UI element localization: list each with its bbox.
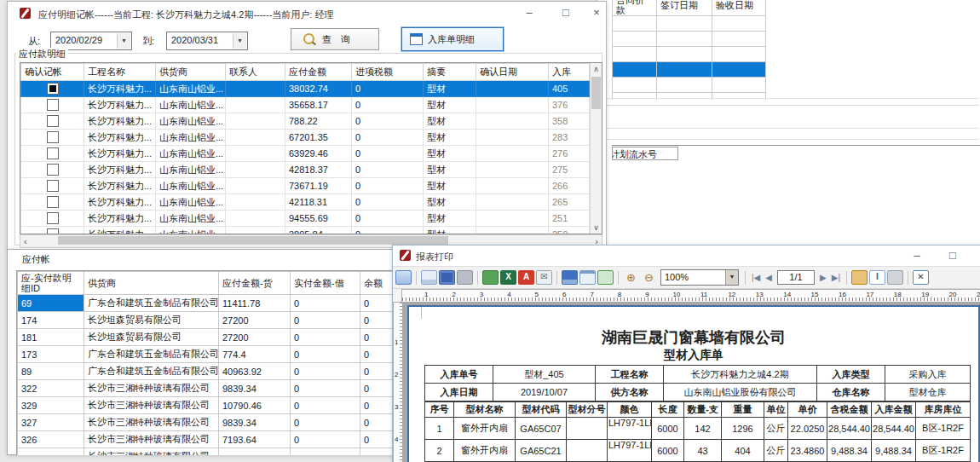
column-header[interactable]: 确认记帐 — [21, 64, 84, 81]
confirm-checkbox[interactable] — [47, 164, 59, 176]
scroll-down-icon[interactable]: ∨ — [591, 223, 602, 232]
close-preview-icon[interactable]: ✕ — [913, 270, 929, 285]
titlebar[interactable]: 应付明细记帐------当前工程: 长沙万科魅力之城4.2期------当前用户… — [8, 2, 606, 24]
page-number-input[interactable]: 1/1 — [777, 270, 815, 285]
table-row[interactable]: 长沙万科魅力...山东南山铝业...38032.740型材405 — [21, 81, 590, 97]
column-header[interactable]: 余额 — [360, 272, 395, 295]
table-row[interactable]: 322长沙市三湘特种玻璃有限公司9839.3400 — [18, 380, 395, 397]
query-button[interactable]: 查 询 — [291, 28, 379, 50]
zoom-out-icon[interactable]: ⊖ — [641, 270, 657, 285]
table-row[interactable]: 173广东合和建筑五金制品有限公司774.400 — [18, 346, 395, 363]
table-row[interactable]: 长沙万科魅力...山东南山铝业...73671.190型材266 — [21, 178, 590, 194]
row-id-cell[interactable]: 89 — [18, 363, 84, 380]
scroll-up-icon[interactable]: ∧ — [591, 65, 602, 73]
chevron-down-icon[interactable]: ▼ — [233, 33, 246, 49]
scroll-thumb[interactable] — [591, 77, 601, 109]
confirm-checkbox[interactable] — [47, 212, 59, 224]
table-row[interactable]: 长沙万科魅力...山东南山铝业...67201.350型材283 — [21, 130, 590, 146]
confirm-checkbox[interactable] — [47, 131, 59, 143]
column-header[interactable]: 应-实付款明细ID — [18, 272, 84, 295]
mail-export-icon[interactable]: ✉ — [536, 270, 552, 285]
settings-icon[interactable] — [457, 270, 473, 285]
table-row[interactable]: 长沙万科魅力...山东南山铝业...35658.170型材376 — [21, 97, 590, 113]
table-row[interactable]: 长沙万科魅力...山东南山铝业...94555.690型材251 — [21, 211, 590, 227]
export-icon[interactable] — [482, 270, 499, 285]
book-icon[interactable] — [439, 270, 455, 285]
confirm-checkbox[interactable] — [47, 180, 59, 192]
column-header[interactable]: 入库 — [549, 64, 590, 81]
printer-icon[interactable] — [421, 270, 437, 285]
column-header[interactable]: 确认日期 — [476, 64, 549, 81]
row-id-cell[interactable]: 326 — [18, 431, 84, 448]
confirm-checkbox[interactable] — [47, 228, 59, 234]
row-id-cell[interactable] — [18, 448, 84, 456]
titlebar[interactable]: 报表打印 – □ × — [393, 245, 980, 266]
row-id-cell[interactable]: 173 — [18, 346, 84, 363]
insert-table-icon[interactable] — [597, 270, 614, 285]
close-button[interactable]: × — [971, 249, 980, 262]
confirm-checkbox[interactable] — [47, 115, 59, 127]
maximize-button[interactable]: □ — [940, 249, 966, 262]
pdf-export-icon[interactable]: A — [518, 270, 534, 285]
inbound-detail-button[interactable]: 入库单明细 — [401, 27, 504, 51]
table-row[interactable]: 69广东合和建筑五金制品有限公司11411.7800 — [18, 295, 395, 312]
column-header[interactable]: 供货商 — [84, 272, 219, 295]
column-header[interactable]: 应付金额 — [285, 64, 352, 81]
table-row[interactable]: 181长沙坦森贸易有限公司2720000 — [18, 329, 395, 346]
first-page-button[interactable]: |◀ — [752, 273, 760, 282]
row-id-cell[interactable]: 181 — [18, 329, 84, 346]
table-row[interactable]: 长沙万科魅力...山东南山铝业...42118.310型材265 — [21, 194, 590, 211]
chevron-down-icon[interactable]: ▼ — [725, 270, 738, 285]
row-id-cell[interactable]: 322 — [18, 380, 84, 397]
hand-tool-icon[interactable] — [851, 270, 868, 285]
confirm-checkbox[interactable] — [47, 196, 59, 208]
column-header[interactable]: 应付金额-货 — [219, 272, 291, 295]
column-header[interactable]: 供货商 — [156, 64, 226, 81]
row-id-cell[interactable]: 327 — [18, 414, 84, 431]
table-row[interactable] — [613, 47, 766, 62]
confirm-checkbox[interactable] — [47, 147, 59, 159]
design-frame-icon[interactable] — [395, 270, 412, 285]
table-row[interactable]: 329长沙市三湘特种玻璃有限公司10790.4600 — [18, 397, 395, 414]
minimize-button[interactable]: – — [904, 249, 930, 262]
table-row[interactable] — [613, 78, 766, 93]
table-row[interactable]: 327长沙市三湘特种玻璃有限公司9839.3400 — [18, 414, 395, 431]
column-header[interactable]: 进项税额 — [352, 64, 424, 81]
prev-page-button[interactable]: ◀ — [765, 273, 772, 282]
excel-export-icon[interactable]: X — [500, 270, 516, 285]
copy-icon[interactable] — [887, 270, 903, 285]
table-row[interactable] — [613, 16, 766, 32]
column-header[interactable]: 实付金额-借 — [291, 272, 360, 295]
column-header[interactable]: 摘要 — [424, 64, 476, 81]
confirm-checkbox[interactable] — [47, 83, 59, 95]
zoom-select[interactable]: 100%▼ — [660, 269, 739, 286]
save-icon[interactable] — [562, 270, 578, 285]
vertical-scrollbar[interactable]: ∧ ∨ — [590, 63, 602, 234]
table-row[interactable]: 长沙万科魅力...山东南山铝业...3895.840型材250 — [21, 227, 590, 235]
table-row[interactable]: 长沙市三湘特种玻璃有限公司 — [18, 448, 395, 456]
preview-area[interactable]: 湖南巨晟门窗幕墙有限公司 型材入库单 入库单号型材_405工程名称长沙万科魅力之… — [402, 302, 980, 462]
confirm-checkbox[interactable] — [47, 99, 59, 111]
table-row[interactable]: 长沙万科魅力...山东南山铝业...788.220型材358 — [21, 113, 590, 130]
plan-serial-field[interactable]: 计划流水号 — [612, 147, 678, 160]
table-row[interactable] — [613, 32, 766, 47]
table-row[interactable]: 326长沙市三湘特种玻璃有限公司7193.6400 — [18, 431, 395, 448]
table-row[interactable]: 174长沙坦森贸易有限公司2720000 — [18, 312, 395, 329]
row-id-cell[interactable]: 174 — [18, 312, 84, 329]
table-row[interactable]: 长沙万科魅力...山东南山铝业...63929.460型材276 — [21, 146, 590, 162]
maximize-button[interactable]: □ — [553, 6, 579, 19]
column-header[interactable]: 联系人 — [226, 64, 285, 81]
table-row[interactable]: 长沙万科魅力...山东南山铝业...42818.370型材275 — [21, 162, 590, 178]
chevron-down-icon[interactable]: ▼ — [117, 33, 130, 49]
document-icon[interactable] — [579, 270, 596, 285]
row-id-cell[interactable]: 329 — [18, 397, 84, 414]
last-page-button[interactable]: ▶| — [832, 273, 840, 282]
close-button[interactable]: × — [584, 6, 609, 19]
to-date-select[interactable]: 2020/03/31 ▼ — [166, 32, 248, 50]
scroll-thumb[interactable] — [58, 236, 448, 245]
next-page-button[interactable]: ▶ — [820, 273, 827, 282]
row-id-cell[interactable]: 69 — [18, 295, 84, 312]
minimize-button[interactable]: – — [516, 6, 542, 19]
column-header[interactable]: 工程名称 — [84, 64, 156, 81]
scroll-left-icon[interactable]: ‹ — [24, 236, 27, 246]
